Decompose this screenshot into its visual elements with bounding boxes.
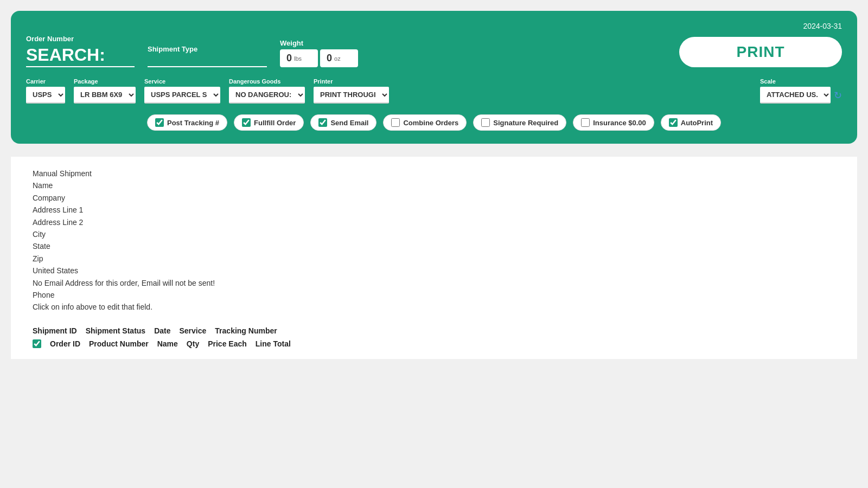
package-group: Package LR BBM 6X9	[74, 78, 136, 104]
info-no-email: No Email Address for this order, Email w…	[33, 277, 835, 289]
printer-select[interactable]: PRINT THROUGI	[314, 87, 389, 104]
fullfill-order-checkbox-item[interactable]: Fullfill Order	[234, 114, 304, 131]
scale-select[interactable]: ATTACHED US...	[760, 87, 831, 104]
insurance-checkbox-item[interactable]: Insurance $0.00	[573, 114, 654, 131]
autoprint-checkbox-item[interactable]: AutoPrint	[661, 114, 721, 131]
package-label: Package	[74, 78, 136, 85]
main-panel: 2024-03-31 Order Number SEARCH: Shipment…	[11, 11, 857, 144]
weight-inputs: 0 lbs 0 oz	[280, 49, 358, 67]
signature-required-checkbox-item[interactable]: Signature Required	[473, 114, 566, 131]
info-country: United States	[33, 265, 835, 277]
name-label: Name	[157, 339, 178, 348]
send-email-checkbox[interactable]	[318, 118, 327, 127]
printer-label: Printer	[314, 78, 389, 85]
post-tracking-label: Post Tracking #	[167, 119, 219, 127]
weight-label: Weight	[280, 39, 358, 47]
info-city: City	[33, 228, 835, 240]
weight-group: Weight 0 lbs 0 oz	[280, 39, 358, 67]
signature-required-checkbox[interactable]	[481, 118, 490, 127]
weight-lbs-unit: lbs	[294, 55, 302, 62]
manual-shipment-title: Manual Shipment	[33, 168, 835, 179]
scale-label: Scale	[760, 78, 842, 85]
product-number-label: Product Number	[89, 339, 149, 348]
order-row: Order ID Product Number Name Qty Price E…	[33, 339, 835, 348]
info-phone: Phone	[33, 289, 835, 301]
carrier-select[interactable]: USPS	[26, 87, 65, 104]
shipment-status-header: Shipment Status	[86, 326, 145, 335]
weight-oz-box: 0 oz	[320, 49, 358, 67]
weight-oz-value: 0	[327, 53, 332, 64]
order-number-label: Order Number	[26, 35, 135, 43]
service-header: Service	[180, 326, 207, 335]
top-row: Order Number SEARCH: Shipment Type Weigh…	[26, 35, 842, 67]
shipment-type-label: Shipment Type	[148, 45, 267, 53]
weight-oz-unit: oz	[334, 55, 341, 62]
printer-group: Printer PRINT THROUGI	[314, 78, 389, 104]
checkboxes-row: Post Tracking # Fullfill Order Send Emai…	[26, 114, 842, 131]
insurance-label: Insurance $0.00	[593, 119, 646, 127]
info-company: Company	[33, 192, 835, 204]
insurance-checkbox[interactable]	[581, 118, 590, 127]
line-total-label: Line Total	[256, 339, 291, 348]
scale-group: Scale ATTACHED US... ↻	[760, 78, 842, 104]
info-zip: Zip	[33, 253, 835, 265]
order-row-checkbox[interactable]	[33, 339, 41, 348]
date-display: 2024-03-31	[26, 22, 842, 30]
info-address2: Address Line 2	[33, 216, 835, 228]
order-id-label: Order ID	[50, 339, 80, 348]
autoprint-checkbox[interactable]	[669, 118, 678, 127]
dangerous-goods-group: Dangerous Goods NO DANGEROU:	[229, 78, 305, 104]
combine-orders-checkbox-item[interactable]: Combine Orders	[383, 114, 467, 131]
dangerous-goods-select[interactable]: NO DANGEROU:	[229, 87, 305, 104]
signature-required-label: Signature Required	[493, 119, 558, 127]
fullfill-order-label: Fullfill Order	[254, 119, 296, 127]
service-label: Service	[144, 78, 220, 85]
service-group: Service USPS PARCEL S	[144, 78, 220, 104]
service-select[interactable]: USPS PARCEL S	[144, 87, 220, 104]
weight-lbs-value: 0	[286, 53, 292, 64]
dropdowns-row: Carrier USPS Package LR BBM 6X9 Service …	[26, 78, 842, 104]
tracking-number-header: Tracking Number	[215, 326, 277, 335]
shipment-table-header: Shipment ID Shipment Status Date Service…	[33, 326, 835, 335]
print-button[interactable]: PRINT	[679, 37, 842, 67]
order-number-group: Order Number SEARCH:	[26, 35, 135, 67]
order-number-value: SEARCH:	[26, 45, 135, 67]
shipment-type-group: Shipment Type	[148, 45, 267, 67]
shipment-type-input[interactable]	[148, 55, 267, 67]
content-area: Manual Shipment Name Company Address Lin…	[11, 157, 857, 359]
manual-shipment-info: Manual Shipment Name Company Address Lin…	[33, 168, 835, 313]
date-header: Date	[154, 326, 170, 335]
info-click-hint: Click on info above to edit that field.	[33, 301, 835, 313]
combine-orders-label: Combine Orders	[403, 119, 458, 127]
autoprint-label: AutoPrint	[681, 119, 713, 127]
scale-input-row: ATTACHED US... ↻	[760, 87, 842, 104]
qty-label: Qty	[187, 339, 199, 348]
refresh-icon[interactable]: ↻	[834, 89, 842, 101]
info-address1: Address Line 1	[33, 204, 835, 216]
info-state: State	[33, 240, 835, 252]
info-name: Name	[33, 179, 835, 191]
combine-orders-checkbox[interactable]	[391, 118, 400, 127]
send-email-checkbox-item[interactable]: Send Email	[310, 114, 376, 131]
dangerous-goods-label: Dangerous Goods	[229, 78, 305, 85]
shipment-id-header: Shipment ID	[33, 326, 77, 335]
fullfill-order-checkbox[interactable]	[242, 118, 251, 127]
carrier-group: Carrier USPS	[26, 78, 65, 104]
post-tracking-checkbox[interactable]	[155, 118, 164, 127]
post-tracking-checkbox-item[interactable]: Post Tracking #	[147, 114, 227, 131]
date-value: 2024-03-31	[803, 22, 842, 30]
package-select[interactable]: LR BBM 6X9	[74, 87, 136, 104]
weight-lbs-box: 0 lbs	[280, 49, 318, 67]
order-row-labels: Order ID Product Number Name Qty Price E…	[50, 339, 291, 348]
price-each-label: Price Each	[208, 339, 247, 348]
carrier-label: Carrier	[26, 78, 65, 85]
send-email-label: Send Email	[330, 119, 368, 127]
